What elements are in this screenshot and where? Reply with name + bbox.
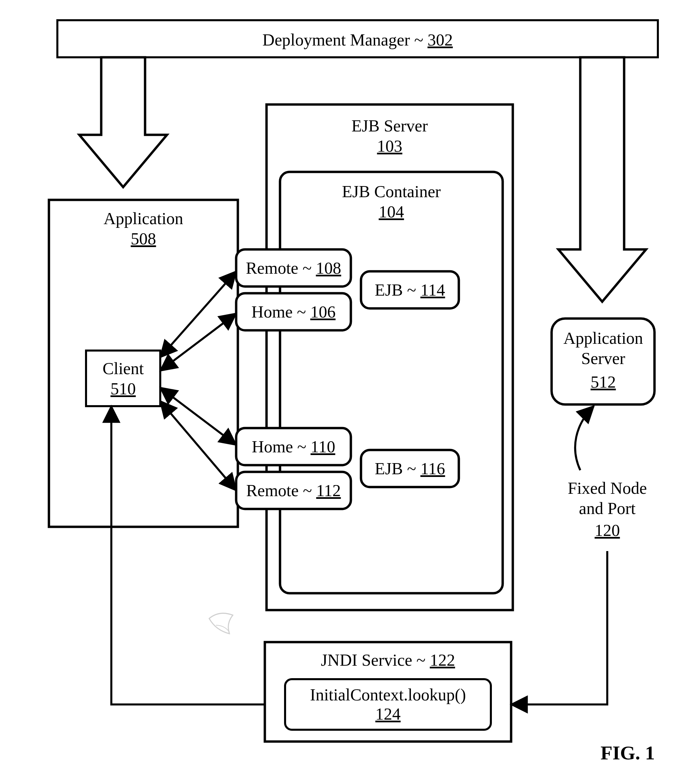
figure-label: FIG. 1 [601, 741, 655, 764]
ejb-116-num: 116 [420, 459, 445, 478]
svg-text:EJB
       ~ 
      116: EJB ~ 116 [375, 459, 445, 478]
svg-marker-2 [79, 57, 167, 187]
ejb-container-box: EJB Container 104 [280, 172, 503, 593]
ejb-116-box: EJB ~ 116 [361, 450, 459, 487]
svg-text:Home
       ~ 
      110: Home ~ 110 [252, 437, 335, 456]
initial-context-box: InitialContext.lookup() 124 [285, 679, 491, 730]
remote-112-num: 112 [316, 481, 341, 500]
ejb-container-num: 104 [379, 202, 404, 221]
remote-108-num: 108 [316, 259, 341, 277]
ejb-container-label: EJB Container [342, 182, 441, 201]
ejb-114-label: EJB [375, 280, 403, 299]
svg-text:JNDI Service
       ~ 
      1: JNDI Service ~ 122 [321, 651, 455, 669]
application-server-box: Application Server 512 [552, 318, 654, 405]
home-106-label: Home [251, 302, 292, 321]
svg-text:Remote
       ~ 
      108: Remote ~ 108 [246, 259, 342, 277]
big-arrow-left [79, 57, 167, 187]
client-num: 510 [111, 379, 136, 398]
application-num: 508 [131, 229, 156, 248]
jndi-service-num: 122 [430, 651, 455, 669]
smudge-artifact [209, 613, 233, 634]
svg-text:Deployment Manager
       
   : Deployment Manager ~ 302 [263, 30, 453, 49]
initial-context-num: 124 [375, 705, 401, 723]
tilde: ~ [414, 30, 423, 49]
remote-112-box: Remote ~ 112 [236, 472, 351, 509]
ejb-server-num: 103 [377, 137, 403, 155]
diagram-stage: Deployment Manager ~ 302 EJB Server 103 … [0, 0, 697, 784]
ejb-116-label: EJB [375, 459, 403, 478]
fixed-node-num: 120 [595, 521, 620, 540]
home-110-num: 110 [311, 437, 335, 456]
home-110-label: Home [252, 437, 293, 456]
app-server-num: 512 [591, 372, 616, 391]
svg-text:Remote
       ~ 
      112: Remote ~ 112 [246, 481, 341, 500]
jndi-service-label: JNDI Service [321, 651, 412, 669]
ejb-114-num: 114 [420, 280, 445, 299]
fixed-node-label: Fixed Node and Port 120 [568, 406, 647, 540]
home-106-box: Home ~ 106 [236, 293, 351, 330]
ejb-114-box: EJB ~ 114 [361, 271, 459, 308]
svg-text:Home
       ~ 
      106: Home ~ 106 [251, 302, 335, 321]
remote-108-label: Remote [246, 259, 299, 277]
application-label: Application [104, 209, 183, 228]
svg-text:EJB
       ~ 
      114: EJB ~ 114 [375, 280, 445, 299]
app-server-line2: Server [581, 349, 626, 368]
initial-context-label: InitialContext.lookup() [310, 685, 466, 704]
deployment-manager-num: 302 [428, 30, 453, 49]
deployment-manager-box: Deployment Manager ~ 302 [57, 20, 658, 57]
deployment-manager-label: Deployment Manager [263, 30, 410, 49]
big-arrow-right [558, 57, 646, 301]
svg-rect-5 [280, 172, 503, 593]
home-110-box: Home ~ 110 [236, 428, 351, 465]
ejb-server-label: EJB Server [352, 116, 428, 135]
remote-112-label: Remote [246, 481, 299, 500]
diagram-svg: Deployment Manager ~ 302 EJB Server 103 … [0, 0, 697, 784]
svg-marker-3 [558, 57, 646, 301]
fixed-node-line2: and Port [579, 499, 636, 518]
home-106-num: 106 [311, 302, 336, 321]
app-server-line1: Application [563, 329, 643, 348]
appserver-to-jndi-arrow [511, 551, 607, 705]
remote-108-box: Remote ~ 108 [236, 249, 351, 287]
client-label: Client [102, 359, 144, 378]
client-box: Client 510 [86, 351, 160, 406]
fixed-node-line1: Fixed Node [568, 479, 647, 497]
